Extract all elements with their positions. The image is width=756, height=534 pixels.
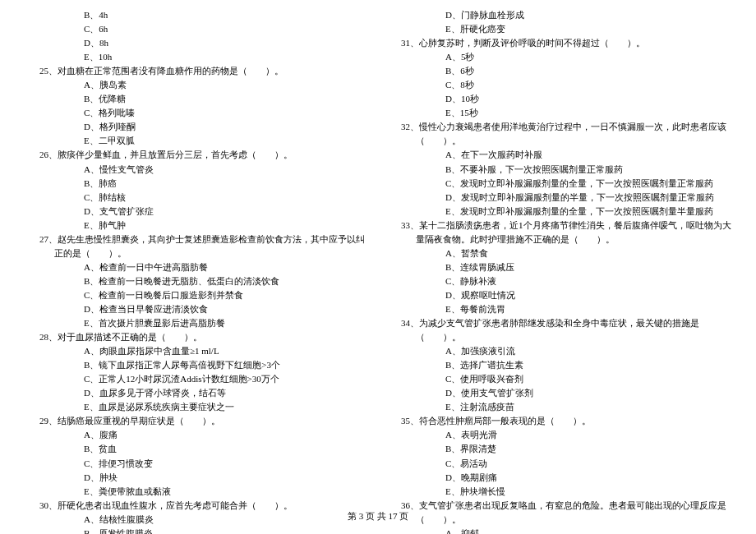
option: D、血尿多见于肾小球肾炎，结石等 (25, 386, 370, 400)
option: E、血尿是泌尿系统疾病主要症状之一 (25, 400, 370, 414)
option: E、每餐前洗胃 (386, 302, 731, 316)
option: D、使用支气管扩张剂 (386, 386, 731, 400)
option: C、6h (25, 22, 370, 36)
option: A、胰岛素 (25, 78, 370, 92)
option: D、观察呕吐情况 (386, 288, 731, 302)
option: D、检查当日早餐应进清淡饮食 (25, 302, 370, 316)
option: C、格列吡嗪 (25, 106, 370, 120)
option: C、易活动 (386, 457, 731, 471)
option: C、发现时立即补服漏服剂量的全量，下一次按照医嘱剂量正常服药 (386, 177, 731, 191)
option: B、界限清楚 (386, 442, 731, 456)
option: D、发现时立即补服漏服剂量的半量，下一次按照医嘱剂量正常服药 (386, 191, 731, 205)
option: E、粪便带脓血或黏液 (25, 485, 370, 499)
option: D、10秒 (386, 92, 731, 106)
option: B、选择广谱抗生素 (386, 358, 731, 372)
option: A、腹痛 (25, 428, 370, 442)
option: D、门静脉血栓形成 (386, 8, 731, 22)
option: A、表明光滑 (386, 428, 731, 442)
question-35: 35、符合恶性肿瘤局部一般表现的是（ ）。 (386, 414, 731, 428)
question-27: 27、赵先生患慢性胆囊炎，其向护士复述胆囊造影检查前饮食方法，其中应予以纠正的是… (25, 232, 370, 260)
right-column: D、门静脉血栓形成 E、肝硬化癌变 31、心肺复苏时，判断及评价呼吸的时间不得超… (386, 8, 731, 534)
option: A、慢性支气管炎 (25, 163, 370, 177)
option: D、支气管扩张症 (25, 205, 370, 219)
option: B、肺癌 (25, 177, 370, 191)
option: A、肉眼血尿指尿中含血量≥1 ml/L (25, 344, 370, 358)
question-28: 28、对于血尿描述不正确的是（ ）。 (25, 330, 370, 344)
option: E、肿块增长慢 (386, 485, 731, 499)
question-25: 25、对血糖在正常范围者没有降血糖作用的药物是（ ）。 (25, 64, 370, 78)
question-26: 26、脓痰伴少量鲜血，并且放置后分三层，首先考虑（ ）。 (25, 148, 370, 162)
page-footer: 第 3 页 共 17 页 (0, 510, 756, 522)
option: C、正常人12小时尿沉渣Addis计数红细胞>30万个 (25, 372, 370, 386)
question-31: 31、心肺复苏时，判断及评价呼吸的时间不得超过（ ）。 (386, 36, 731, 50)
question-33: 33、某十二指肠溃疡患者，近1个月疼痛节律性消失，餐后腹痛伴嗳气，呕吐物为大量隔… (386, 219, 731, 246)
option: B、贫血 (25, 442, 370, 456)
option: C、检查前一日晚餐后口服造影剂并禁食 (25, 288, 370, 302)
option: A、在下一次服药时补服 (386, 148, 731, 162)
option: B、镜下血尿指正常人尿每高倍视野下红细胞>3个 (25, 358, 370, 372)
option: E、首次摄片胆囊显影后进高脂肪餐 (25, 316, 370, 330)
option: B、6秒 (386, 64, 731, 78)
option: E、肺气肿 (25, 219, 370, 232)
option: C、肺结核 (25, 191, 370, 205)
option: C、静脉补液 (386, 274, 731, 288)
option: A、加强痰液引流 (386, 344, 731, 358)
option: C、排便习惯改变 (25, 457, 370, 471)
option: B、检查前一日晚餐进无脂肪、低蛋白的清淡饮食 (25, 274, 370, 288)
option: D、肿块 (25, 471, 370, 485)
option: C、使用呼吸兴奋剂 (386, 372, 731, 386)
question-34: 34、为减少支气管扩张患者肺部继发感染和全身中毒症状，最关键的措施是（ ）。 (386, 316, 731, 344)
option: A、暂禁食 (386, 246, 731, 260)
option: E、肝硬化癌变 (386, 22, 731, 36)
option: B、不要补服，下一次按照医嘱剂量正常服药 (386, 163, 731, 177)
option: E、发现时立即补服漏服剂量的全量，下一次按照医嘱剂量半量服药 (386, 205, 731, 219)
option: E、15秒 (386, 106, 731, 120)
option: B、4h (25, 8, 370, 22)
option: B、连续胃肠减压 (386, 260, 731, 274)
question-29: 29、结肠癌最应重视的早期症状是（ ）。 (25, 414, 370, 428)
page-body: B、4h C、6h D、8h E、10h 25、对血糖在正常范围者没有降血糖作用… (0, 0, 756, 534)
option: C、8秒 (386, 78, 731, 92)
option: D、晚期剧痛 (386, 471, 731, 485)
left-column: B、4h C、6h D、8h E、10h 25、对血糖在正常范围者没有降血糖作用… (25, 8, 370, 534)
option: E、二甲双胍 (25, 134, 370, 148)
option: B、原发性腹膜炎 (25, 527, 370, 534)
option: E、10h (25, 50, 370, 64)
question-32: 32、慢性心力衰竭患者使用洋地黄治疗过程中，一日不慎漏服一次，此时患者应该（ ）… (386, 120, 731, 148)
option: A、抑郁 (386, 527, 731, 534)
option: A、检查前一日中午进高脂肪餐 (25, 260, 370, 274)
option: D、格列喹酮 (25, 120, 370, 134)
option: D、8h (25, 36, 370, 50)
option: A、5秒 (386, 50, 731, 64)
option: B、优降糖 (25, 92, 370, 106)
option: E、注射流感疫苗 (386, 400, 731, 414)
